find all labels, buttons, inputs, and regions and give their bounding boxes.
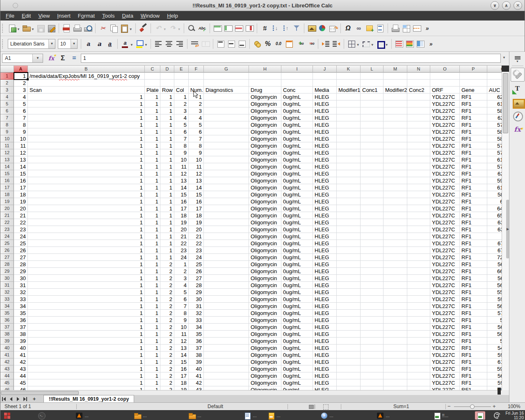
sidebar-functions-button[interactable]: fx	[511, 123, 525, 136]
cell-E27[interactable]: 24	[174, 254, 189, 261]
cell-M3[interactable]: Modifier2	[383, 87, 407, 94]
row-header-18[interactable]: 18	[0, 191, 14, 198]
cell-K2[interactable]	[337, 80, 361, 87]
cell-G12[interactable]	[204, 149, 249, 156]
cell-H4[interactable]: Oligomycin	[249, 94, 281, 100]
cell-E3[interactable]: Col	[174, 87, 189, 94]
cell-N39[interactable]	[407, 338, 430, 345]
cell-J31[interactable]: HLEG	[313, 282, 337, 289]
cell-E23[interactable]: 20	[174, 226, 189, 233]
cell-K6[interactable]	[337, 107, 361, 114]
cell-P1[interactable]	[460, 73, 487, 80]
cell-Q28[interactable]: 563.211	[487, 261, 502, 268]
cell-K21[interactable]	[337, 212, 361, 219]
cell-P33[interactable]: RF1	[460, 296, 487, 303]
col-header-M[interactable]: M	[383, 66, 407, 73]
cell-D15[interactable]: 1	[160, 170, 174, 177]
cell-P6[interactable]: RF1	[460, 107, 487, 114]
cell-F27[interactable]: 24	[189, 254, 204, 261]
cell-F43[interactable]: 40	[189, 365, 204, 372]
cell-Q41[interactable]: 590.411	[487, 352, 502, 358]
cell-E38[interactable]: 11	[174, 331, 189, 338]
cell-H31[interactable]: Oligomycin	[249, 282, 281, 289]
cell-G16[interactable]	[204, 177, 249, 184]
cell-P16[interactable]: RF1	[460, 177, 487, 184]
cell-D18[interactable]: 1	[160, 191, 174, 198]
cell-P38[interactable]: RF1	[460, 331, 487, 338]
cell-N5[interactable]	[407, 100, 430, 107]
cell-G15[interactable]	[204, 170, 249, 177]
cell-M9[interactable]	[383, 128, 407, 135]
chevron-down-icon[interactable]: ▼	[356, 43, 360, 47]
cell-C18[interactable]: 1	[145, 191, 160, 198]
cell-A36[interactable]: 36	[14, 317, 28, 324]
cell-O13[interactable]: YDL227C	[430, 156, 460, 163]
cell-H36[interactable]: Oligomycin	[249, 317, 281, 324]
name-box-dropdown-icon[interactable]: ▼	[32, 54, 43, 62]
cell-I14[interactable]: 0ug/mL	[281, 163, 313, 170]
cell-G33[interactable]	[204, 296, 249, 303]
cell-A24[interactable]: 24	[14, 233, 28, 240]
spelling-button[interactable]: Abc	[197, 23, 207, 33]
cell-A45[interactable]: 45	[14, 379, 28, 386]
row-header-11[interactable]: 11	[0, 142, 14, 149]
cell-P8[interactable]: RF1	[460, 121, 487, 128]
cell-A46[interactable]: 46	[14, 386, 28, 390]
cell-D38[interactable]: 2	[160, 331, 174, 338]
cell-B9[interactable]: 1	[28, 128, 145, 135]
cell-A11[interactable]: 11	[14, 142, 28, 149]
cell-Q2[interactable]	[487, 80, 502, 87]
col-header-C[interactable]: C	[145, 66, 160, 73]
cell-C1[interactable]	[145, 73, 160, 80]
cell-A12[interactable]: 12	[14, 149, 28, 156]
cell-L27[interactable]	[361, 254, 383, 261]
minimize-button[interactable]: ∨	[491, 1, 499, 10]
cell-J25[interactable]: HLEG	[313, 240, 337, 247]
sidebar-navigator-button[interactable]	[511, 110, 525, 122]
cell-M39[interactable]	[383, 338, 407, 345]
cell-K3[interactable]: Modifier1	[337, 87, 361, 94]
expand-formula-bar-icon[interactable]: ▼	[502, 56, 506, 59]
cell-E10[interactable]: 7	[174, 135, 189, 142]
cell-E35[interactable]: 8	[174, 310, 189, 317]
cell-G14[interactable]	[204, 163, 249, 170]
cell-D16[interactable]: 1	[160, 177, 174, 184]
row-header-9[interactable]: 9	[0, 128, 14, 135]
row-header-30[interactable]: 30	[0, 275, 14, 282]
cell-B37[interactable]: 1	[28, 324, 145, 331]
cell-D23[interactable]: 1	[160, 226, 174, 233]
cell-A15[interactable]: 15	[14, 170, 28, 177]
insert-mode-icon[interactable]	[309, 404, 316, 409]
cell-B25[interactable]: 1	[28, 240, 145, 247]
cell-G22[interactable]	[204, 219, 249, 226]
cell-C19[interactable]: 1	[145, 198, 160, 205]
cell-Q36[interactable]: 59.312	[487, 317, 502, 324]
cell-B1[interactable]: /media/data/ExpJobs/MI 16_0919_yor1-2 co…	[28, 73, 145, 80]
cell-N41[interactable]	[407, 352, 430, 358]
cell-F5[interactable]: 2	[189, 100, 204, 107]
cell-B21[interactable]: 1	[28, 212, 145, 219]
cell-N22[interactable]	[407, 219, 430, 226]
cell-Q31[interactable]: 565.301	[487, 282, 502, 289]
cell-P39[interactable]: RF1	[460, 338, 487, 345]
cell-M32[interactable]	[383, 289, 407, 296]
cell-H6[interactable]: Oligomycin	[249, 107, 281, 114]
cell-G31[interactable]	[204, 282, 249, 289]
cell-M17[interactable]	[383, 184, 407, 191]
cell-O22[interactable]: YDL227C	[430, 219, 460, 226]
cell-O32[interactable]: YDL227C	[430, 289, 460, 296]
cell-D31[interactable]: 2	[160, 282, 174, 289]
cell-F23[interactable]: 20	[189, 226, 204, 233]
cell-C41[interactable]: 1	[145, 352, 160, 358]
cell-B41[interactable]: 1	[28, 352, 145, 358]
add-decimal-button[interactable]: .00	[295, 39, 305, 49]
cell-O31[interactable]: YDL227C	[430, 282, 460, 289]
cell-N2[interactable]	[407, 80, 430, 87]
cell-E40[interactable]: 13	[174, 345, 189, 352]
cell-E34[interactable]: 7	[174, 303, 189, 310]
cell-M4[interactable]	[383, 94, 407, 100]
cell-N46[interactable]	[407, 386, 430, 390]
cell-Q8[interactable]: 578.321	[487, 121, 502, 128]
sidebar-styles-button[interactable]: T	[511, 83, 525, 95]
cell-N13[interactable]	[407, 156, 430, 163]
